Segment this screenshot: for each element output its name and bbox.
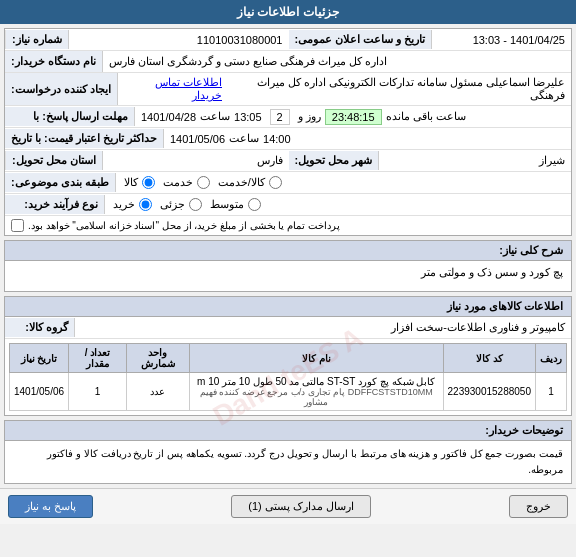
radio-koala-khadamat[interactable]: کالا/خدمت	[218, 176, 282, 189]
goods-group-label: گروه کالا:	[5, 318, 75, 337]
saat-etebar-label: ساعت	[229, 132, 259, 145]
radio-koala-label: کالا	[124, 176, 138, 189]
radio-khrid-input[interactable]	[139, 198, 152, 211]
goods-table: ردیف کد کالا نام کالا واحد شمارش تعداد /…	[9, 343, 567, 411]
col-name: نام کالا	[189, 344, 443, 373]
col-code: کد کالا	[443, 344, 535, 373]
ostan-value: فارس	[103, 151, 289, 170]
row-name-darkhast: نام دستگاه خریدار: اداره کل میراث فرهنگی…	[5, 51, 571, 73]
radio-khadamat[interactable]: خدمت	[163, 176, 210, 189]
row-mohlet: مهلت ارسال پاسخ: با 1401/04/28 ساعت 13:0…	[5, 106, 571, 128]
ostan-label: استان محل تحویل:	[6, 151, 103, 170]
radio-jozee[interactable]: جزئی	[160, 198, 202, 211]
hadd-akhir-label: حداکثر تاریخ اعتبار قیمت: با تاریخ	[5, 129, 164, 148]
header-title: جزئیات اطلاعات نیاز	[237, 5, 339, 19]
radio-koala-input[interactable]	[142, 176, 155, 189]
saat-etebar-value: 14:00	[263, 133, 291, 145]
goods-header: اطلاعات کالاهای مورد نیاز	[5, 297, 571, 317]
row-hadd-akhir: حداکثر تاریخ اعتبار قیمت: با تاریخ 1401/…	[5, 128, 571, 150]
radio-jozee-input[interactable]	[189, 198, 202, 211]
goods-section: اطلاعات کالاهای مورد نیاز گروه کالا: کام…	[4, 296, 572, 416]
postal-button[interactable]: ارسال مدارک پستی (1)	[231, 495, 371, 518]
name-darkhast-label: نام دستگاه خریدار:	[5, 51, 103, 72]
tarikh-etebar-value: 1401/05/06	[170, 133, 225, 145]
radio-khrid[interactable]: خرید	[113, 198, 152, 211]
tarikh-label: تاریخ و ساعت اعلان عمومی:	[289, 30, 433, 49]
table-section: Dand teES A ردیف کد کالا نام کالا واحد ش…	[9, 343, 567, 411]
tabaghe-label: طبقه بندی موضوعی:	[5, 173, 116, 192]
main-info-container: شماره نیاز: 11010031080001 تاریخ و ساعت …	[4, 28, 572, 236]
cell-radif: 1	[536, 373, 567, 411]
desc-content: پچ کورد و سس ذک و مولتی متر	[5, 261, 571, 291]
notes-header: توضیحات خریدار:	[5, 421, 571, 441]
ettelaat-tamas-link[interactable]: اطلاعات تماس خریدار	[124, 76, 222, 102]
page-wrapper: جزئیات اطلاعات نیاز شماره نیاز: 11010031…	[0, 0, 576, 524]
col-date: تاریخ نیاز	[10, 344, 69, 373]
shomare-label: شماره نیاز:	[6, 30, 69, 49]
radio-khadamat-label: خدمت	[163, 176, 193, 189]
page-header: جزئیات اطلاعات نیاز	[0, 0, 576, 24]
shomare-value: 11010031080001	[69, 31, 289, 49]
radio-motavasset-input[interactable]	[248, 198, 261, 211]
saat-baghi-value: 23:48:15	[325, 109, 382, 125]
radio-koala[interactable]: کالا	[124, 176, 155, 189]
cell-count: 1	[69, 373, 127, 411]
notes-section: توضیحات خریدار: قیمت بصورت جمع کل فاکتور…	[4, 420, 572, 484]
tabaghe-radio-group: کالا خدمت کالا/خدمت	[116, 174, 571, 191]
cell-date: 1401/05/06	[10, 373, 69, 411]
desc-header: شرح کلی نیاز:	[5, 241, 571, 261]
radio-jozee-label: جزئی	[160, 198, 185, 211]
row-farayand: نوع فرآیند خرید: خرید جزئی متوسط	[5, 194, 571, 216]
description-section: شرح کلی نیاز: پچ کورد و سس ذک و مولتی مت…	[4, 240, 572, 292]
ijad-label: ایجاد کننده درخواست:	[5, 73, 118, 105]
row-ijad: ایجاد کننده درخواست: علیرضا اسماعیلی مسئ…	[5, 73, 571, 106]
cell-unit: عدد	[127, 373, 190, 411]
cell-name: کابل شبکه پچ کورد ST-ST مالتی مد 50 طول …	[189, 373, 443, 411]
shahr-value: شیراز	[379, 151, 571, 170]
reply-button[interactable]: پاسخ به نیاز	[8, 495, 93, 518]
goods-group-row: گروه کالا: کامپیوتر و فناوری اطلاعات-سخت…	[5, 317, 571, 339]
shahr-label: شهر محل تحویل:	[289, 151, 380, 170]
row-tabaghe: طبقه بندی موضوعی: کالا خدمت کالا/خدمت	[5, 172, 571, 194]
checkbox-asnad[interactable]	[11, 219, 24, 232]
col-radif: ردیف	[536, 344, 567, 373]
exit-button[interactable]: خروج	[509, 495, 568, 518]
field-tarikh: تاریخ و ساعت اعلان عمومی: 1401/04/25 - 1…	[289, 30, 572, 49]
field-ostan: استان محل تحویل: فارس	[5, 151, 289, 170]
ijad-value: علیرضا اسماعیلی مسئول سامانه تدارکات الک…	[118, 73, 571, 105]
roz-label-text: روز و	[298, 110, 321, 123]
field-shomare: شماره نیاز: 11010031080001	[5, 30, 289, 49]
notes-content: قیمت بصورت جمع کل فاکتور و هزینه های مرت…	[5, 441, 571, 483]
farayand-label: نوع فرآیند خرید:	[5, 195, 105, 214]
saat-ersal-value: 13:05	[234, 111, 262, 123]
name-darkhast-value: اداره کل میراث فرهنگی صنایع دستی و گردشگ…	[103, 51, 571, 72]
saat-baghi-label: ساعت باقی مانده	[386, 110, 466, 123]
tarikh-ersal-value: 1401/04/28	[141, 111, 196, 123]
field-shahr: شهر محل تحویل: شیراز	[289, 151, 572, 170]
radio-koala-khadamat-label: کالا/خدمت	[218, 176, 265, 189]
radio-motavasset-label: متوسط	[210, 198, 244, 211]
table-row: 1 223930015288050 کابل شبکه پچ کورد ST-S…	[10, 373, 567, 411]
col-unit: واحد شمارش	[127, 344, 190, 373]
radio-khrid-label: خرید	[113, 198, 135, 211]
mohlet-label: مهلت ارسال پاسخ: با	[5, 107, 135, 126]
col-count: تعداد / مقدار	[69, 344, 127, 373]
radio-khadamat-input[interactable]	[197, 176, 210, 189]
saat-label: ساعت	[200, 110, 230, 123]
bottom-buttons: پاسخ به نیاز ارسال مدارک پستی (1) خروج	[0, 488, 576, 524]
roz-value: 2	[270, 109, 290, 125]
cell-code: 223930015288050	[443, 373, 535, 411]
checkbox-label: پرداخت تمام یا بخشی از مبلغ خرید، از محل…	[28, 220, 340, 231]
row-shomare-tarikh: شماره نیاز: 11010031080001 تاریخ و ساعت …	[5, 29, 571, 51]
row-ostan-shahr: استان محل تحویل: فارس شهر محل تحویل: شیر…	[5, 150, 571, 172]
radio-koala-khadamat-input[interactable]	[269, 176, 282, 189]
tarikh-value: 1401/04/25 - 13:03	[432, 31, 571, 49]
radio-motavasset[interactable]: متوسط	[210, 198, 261, 211]
farayand-radio-group: خرید جزئی متوسط	[105, 196, 571, 213]
row-checkbox: پرداخت تمام یا بخشی از مبلغ خرید، از محل…	[5, 216, 571, 235]
goods-group-value: کامپیوتر و فناوری اطلاعات-سخت افزار	[75, 318, 571, 337]
